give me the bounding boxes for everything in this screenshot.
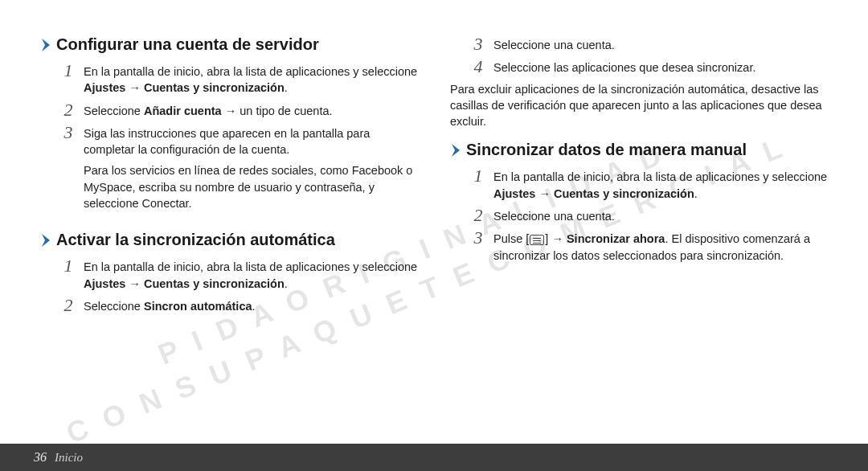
- step-text: Seleccione una cuenta.: [493, 207, 828, 224]
- step-text: En la pantalla de inicio, abra la lista …: [84, 62, 418, 96]
- step-text: Seleccione Sincron automática.: [84, 297, 418, 314]
- content-columns: Configurar una cuenta de servidor 1 En l…: [40, 35, 828, 319]
- page: Configurar una cuenta de servidor 1 En l…: [0, 0, 868, 471]
- step: 2 Seleccione Añadir cuenta → un tipo de …: [40, 101, 418, 119]
- step: 3 Pulse [] → Sincronizar ahora. El dispo…: [450, 229, 828, 264]
- step: 1 En la pantalla de inicio, abra la list…: [450, 167, 828, 202]
- step: 1 En la pantalla de inicio, abra la list…: [40, 257, 418, 292]
- step-number: 1: [471, 167, 485, 185]
- right-column: 3 Seleccione una cuenta. 4 Seleccione la…: [450, 35, 828, 319]
- step-number: 3: [471, 35, 485, 53]
- step-number: 2: [471, 207, 485, 224]
- section-title: Sincronizar datos de manera manual: [466, 141, 747, 159]
- step: 3 Siga las instrucciones que aparecen en…: [40, 124, 418, 158]
- step: 3 Seleccione una cuenta.: [450, 35, 828, 53]
- step: 4 Seleccione las aplicaciones que desea …: [450, 58, 828, 76]
- chevron-icon: [40, 39, 51, 51]
- step: 2 Seleccione Sincron automática.: [40, 297, 418, 314]
- step-text: En la pantalla de inicio, abra la lista …: [493, 167, 828, 202]
- step: 1 En la pantalla de inicio, abra la list…: [40, 62, 418, 96]
- step-text: Pulse [] → Sincronizar ahora. El disposi…: [493, 229, 828, 264]
- step-text: Siga las instrucciones que aparecen en l…: [84, 124, 418, 158]
- step-number: 1: [61, 257, 76, 275]
- note-text: Para los servicios en línea de redes soc…: [40, 162, 418, 211]
- menu-key-icon: [530, 235, 544, 245]
- step-number: 4: [471, 58, 485, 76]
- chevron-icon: [40, 234, 51, 247]
- step-text: Seleccione una cuenta.: [493, 35, 828, 53]
- section-title: Configurar una cuenta de servidor: [56, 35, 319, 54]
- step: 2 Seleccione una cuenta.: [450, 207, 828, 224]
- page-footer: 36 Inicio: [0, 444, 868, 471]
- step-text: Seleccione las aplicaciones que desea si…: [493, 58, 828, 76]
- step-number: 2: [61, 297, 76, 314]
- footer-section-label: Inicio: [55, 451, 83, 465]
- step-number: 2: [61, 101, 76, 119]
- extra-paragraph: Para excluir aplicaciones de la sincroni…: [450, 81, 828, 130]
- page-number: 36: [34, 450, 47, 465]
- section-title: Activar la sincronización automática: [56, 231, 335, 249]
- step-number: 3: [61, 124, 76, 141]
- step-number: 3: [471, 229, 485, 247]
- section-heading-configure: Configurar una cuenta de servidor: [40, 35, 418, 54]
- step-text: En la pantalla de inicio, abra la lista …: [84, 257, 418, 292]
- chevron-icon: [450, 144, 461, 157]
- section-heading-manualsync: Sincronizar datos de manera manual: [450, 141, 828, 159]
- section-heading-autosync: Activar la sincronización automática: [40, 231, 418, 249]
- step-text: Seleccione Añadir cuenta → un tipo de cu…: [84, 101, 418, 119]
- left-column: Configurar una cuenta de servidor 1 En l…: [40, 35, 418, 319]
- step-number: 1: [61, 62, 76, 80]
